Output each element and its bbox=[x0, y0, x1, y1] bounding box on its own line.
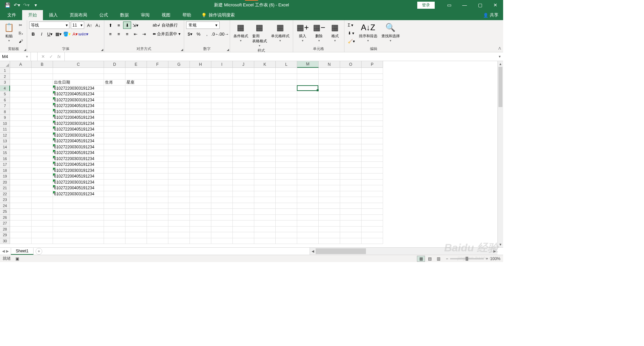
cell[interactable] bbox=[168, 74, 190, 80]
cell[interactable] bbox=[147, 121, 168, 127]
cell[interactable] bbox=[53, 232, 104, 238]
cell[interactable] bbox=[362, 197, 383, 203]
cell[interactable] bbox=[211, 138, 233, 144]
cell[interactable] bbox=[168, 232, 190, 238]
cell[interactable] bbox=[147, 191, 168, 197]
cell[interactable] bbox=[362, 227, 383, 233]
cell[interactable] bbox=[32, 91, 53, 97]
cell[interactable] bbox=[362, 86, 383, 92]
cell[interactable] bbox=[276, 180, 297, 186]
cell[interactable] bbox=[168, 109, 190, 115]
cell[interactable] bbox=[276, 238, 297, 244]
cell[interactable] bbox=[319, 109, 340, 115]
cell[interactable] bbox=[10, 227, 32, 233]
sheet-prev-icon[interactable]: ◀ bbox=[2, 249, 5, 253]
cell[interactable] bbox=[340, 162, 362, 168]
cell[interactable] bbox=[254, 127, 276, 133]
cell[interactable] bbox=[190, 103, 211, 109]
font-size-select[interactable]: 11▾ bbox=[71, 21, 84, 29]
cell[interactable] bbox=[190, 91, 211, 97]
cell[interactable] bbox=[362, 103, 383, 109]
cell[interactable] bbox=[104, 215, 125, 221]
cell[interactable] bbox=[362, 97, 383, 103]
cell[interactable] bbox=[32, 232, 53, 238]
row-header[interactable]: 18 bbox=[0, 168, 10, 174]
insert-function-icon[interactable]: fx bbox=[55, 54, 63, 59]
cell[interactable] bbox=[211, 232, 233, 238]
cell[interactable] bbox=[32, 133, 53, 139]
cell[interactable] bbox=[254, 174, 276, 180]
cell[interactable] bbox=[125, 162, 147, 168]
cell[interactable] bbox=[168, 227, 190, 233]
row-header[interactable]: 28 bbox=[0, 227, 10, 233]
cell[interactable]: 610272200405191234 bbox=[53, 91, 104, 97]
cell[interactable] bbox=[104, 174, 125, 180]
cell[interactable] bbox=[340, 103, 362, 109]
cell[interactable] bbox=[190, 138, 211, 144]
cell[interactable] bbox=[233, 203, 254, 209]
cancel-formula-icon[interactable]: ✕ bbox=[39, 54, 47, 59]
cell[interactable] bbox=[276, 121, 297, 127]
row-header[interactable]: 13 bbox=[0, 138, 10, 144]
merge-center-button[interactable]: ⬌ 合并后居中 ▾ bbox=[151, 30, 182, 38]
cell[interactable] bbox=[147, 150, 168, 156]
minimize-icon[interactable]: — bbox=[457, 0, 472, 10]
enter-formula-icon[interactable]: ✓ bbox=[47, 54, 55, 59]
cell[interactable] bbox=[233, 109, 254, 115]
cell[interactable] bbox=[319, 232, 340, 238]
cell[interactable] bbox=[10, 127, 32, 133]
cell[interactable] bbox=[362, 74, 383, 80]
cell[interactable] bbox=[319, 144, 340, 150]
cell[interactable] bbox=[125, 97, 147, 103]
cell[interactable] bbox=[104, 127, 125, 133]
cell[interactable] bbox=[362, 215, 383, 221]
cell[interactable] bbox=[125, 191, 147, 197]
cell[interactable] bbox=[168, 156, 190, 162]
cell[interactable] bbox=[276, 227, 297, 233]
cell[interactable] bbox=[10, 215, 32, 221]
scroll-left-icon[interactable]: ◀ bbox=[310, 249, 316, 253]
tab-insert[interactable]: 插入 bbox=[43, 10, 64, 20]
cell[interactable] bbox=[104, 115, 125, 121]
cell[interactable] bbox=[319, 227, 340, 233]
cell[interactable] bbox=[362, 109, 383, 115]
cell[interactable] bbox=[254, 215, 276, 221]
cell[interactable] bbox=[233, 127, 254, 133]
cell[interactable] bbox=[125, 227, 147, 233]
row-header[interactable]: 14 bbox=[0, 144, 10, 150]
cell[interactable] bbox=[319, 86, 340, 92]
cell[interactable] bbox=[211, 220, 233, 227]
cell[interactable] bbox=[254, 156, 276, 162]
cell[interactable] bbox=[362, 156, 383, 162]
cell[interactable] bbox=[319, 156, 340, 162]
cell[interactable] bbox=[211, 133, 233, 139]
cell[interactable] bbox=[211, 180, 233, 186]
cell[interactable] bbox=[10, 121, 32, 127]
cell[interactable] bbox=[125, 174, 147, 180]
cell[interactable] bbox=[362, 209, 383, 215]
cell[interactable] bbox=[211, 191, 233, 197]
cell[interactable] bbox=[147, 133, 168, 139]
cell[interactable] bbox=[297, 91, 319, 97]
cell[interactable] bbox=[32, 162, 53, 168]
cell[interactable] bbox=[125, 220, 147, 227]
cell[interactable] bbox=[53, 220, 104, 227]
cell[interactable] bbox=[276, 232, 297, 238]
cell[interactable] bbox=[340, 80, 362, 86]
cell[interactable] bbox=[53, 238, 104, 244]
tab-data[interactable]: 数据 bbox=[114, 10, 135, 20]
cell[interactable] bbox=[147, 174, 168, 180]
cell[interactable] bbox=[147, 103, 168, 109]
cell[interactable] bbox=[10, 138, 32, 144]
cell[interactable] bbox=[211, 121, 233, 127]
cell[interactable] bbox=[10, 203, 32, 209]
column-header[interactable]: I bbox=[211, 61, 233, 68]
cell[interactable] bbox=[104, 191, 125, 197]
cell[interactable] bbox=[254, 97, 276, 103]
cell[interactable] bbox=[190, 180, 211, 186]
cell[interactable] bbox=[297, 138, 319, 144]
percent-button[interactable]: % bbox=[195, 30, 203, 38]
cell[interactable] bbox=[125, 197, 147, 203]
cell[interactable] bbox=[340, 209, 362, 215]
cell[interactable] bbox=[254, 74, 276, 80]
